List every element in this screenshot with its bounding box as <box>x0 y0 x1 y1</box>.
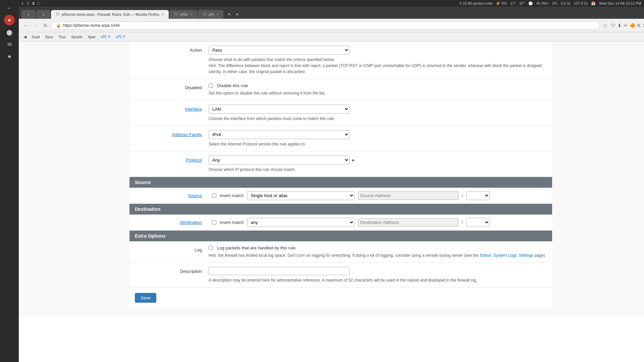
temperature: 17° <box>510 1 516 5</box>
tab-5[interactable]: 🛡 pfS ✕ <box>198 10 224 19</box>
tab-4[interactable]: 🛡 pfSe ✕ <box>169 10 197 19</box>
source-section-header: Source <box>129 177 552 188</box>
bookmark-synolo[interactable]: Synolo <box>69 34 85 40</box>
source-address-input[interactable] <box>358 191 459 200</box>
tab-bar: 1 2 🛡 pfSense.home.arpa - Firewall: Rule… <box>19 7 644 19</box>
action-select[interactable]: Pass Block Reject <box>209 46 350 55</box>
destination-row: Destination Invert match any Single host… <box>129 215 552 231</box>
source-controls: Invert match Single host or alias any Ne… <box>212 191 547 200</box>
bookmark-sync[interactable]: Sync <box>43 34 55 40</box>
tab4-title: pfSe <box>180 12 188 16</box>
log-hint: Hint: the firewall has limited local log… <box>209 252 547 258</box>
source-slash: / <box>462 193 463 198</box>
memory-usage: 3.6 Gi <box>560 1 570 5</box>
extra-options-section-header: Extra Options <box>129 231 552 241</box>
download-icon[interactable]: ⬇ <box>618 23 622 28</box>
workspace-3[interactable]: 3 <box>32 1 34 5</box>
address-text: https://pfsense.home.arpa:1044 <box>63 23 120 28</box>
browser-window: 1 2 🛡 pfSense.home.arpa - Firewall: Rule… <box>19 7 644 42</box>
tab-1[interactable]: 1 <box>21 10 36 19</box>
clock-icon: 🕐 <box>528 1 533 6</box>
destination-link[interactable]: Destination <box>180 220 202 225</box>
destination-invert-container: Invert match <box>212 220 244 225</box>
bookmark-xper[interactable]: Xper <box>86 34 98 40</box>
source-invert-container: Invert match <box>212 193 244 198</box>
interface-row: Interface LAN WAN Loopback Choose the in… <box>129 101 552 126</box>
address-family-link[interactable]: Address Family <box>172 132 202 137</box>
tab4-favicon: 🛡 <box>174 12 178 17</box>
description-content: A description may be entered here for ad… <box>209 267 547 283</box>
sidebar-toggle[interactable]: ◀ <box>21 33 29 41</box>
bookmark-guid[interactable]: Guid <box>30 34 42 40</box>
sidebar-zulip-icon[interactable]: ⬤ <box>4 27 15 38</box>
interface-label: Interface <box>135 105 209 112</box>
protocol-select[interactable]: Any TCP UDP ICMP <box>209 156 350 165</box>
source-link[interactable]: Source <box>188 193 202 198</box>
screenshot-icon[interactable]: ✂ <box>624 23 628 28</box>
sidebar-mail-icon[interactable]: ✉ <box>4 39 15 50</box>
description-label: Description <box>135 267 209 274</box>
destination-section-header: Destination <box>129 204 552 215</box>
source-row: Source Invert match Single host or alias… <box>129 188 552 204</box>
tab-favicon: 🛡 <box>56 12 60 17</box>
keepass-icon[interactable]: K <box>637 23 640 28</box>
workspace-1[interactable]: 1 <box>21 1 23 5</box>
disabled-checkbox[interactable] <box>209 83 213 88</box>
protocol-link[interactable]: Protocol <box>186 158 202 163</box>
battery-pct: 2% <box>552 1 557 5</box>
address-family-hint: Select the Internet Protocol version thi… <box>209 141 547 147</box>
action-hint: Choose what to do with packets that matc… <box>209 57 547 75</box>
workspace-tabs: 1 2 3 □ <box>21 1 40 5</box>
disabled-checkbox-label: Disable this rule <box>217 83 248 88</box>
tab5-close[interactable]: ✕ <box>216 13 219 16</box>
syslog-link[interactable]: Status: System Logs: Settings <box>480 253 533 258</box>
bookmark-pfsense-1[interactable]: pfS ✕ <box>99 34 113 40</box>
destination-controls: Invert match any Single host or alias Ne… <box>212 218 547 227</box>
address-family-row: Address Family IPv4 IPv6 IPv4+IPv6 Selec… <box>129 126 552 152</box>
destination-type-select[interactable]: any Single host or alias Network <box>247 218 355 227</box>
description-input[interactable] <box>209 267 350 275</box>
tab5-title: pfS <box>209 12 214 16</box>
log-checkbox[interactable] <box>209 246 213 250</box>
interface-select[interactable]: LAN WAN Loopback <box>209 105 350 114</box>
container-icon[interactable]: 🔶 <box>630 23 635 28</box>
forward-button[interactable]: → <box>32 21 40 29</box>
sidebar-bookmark-icon[interactable]: ★ <box>4 51 15 62</box>
destination-address-input[interactable] <box>358 218 459 227</box>
action-label: Action <box>135 46 209 53</box>
source-cidr-select[interactable]: 8 16 24 32 <box>466 191 490 200</box>
bookmark-trus[interactable]: Trus <box>57 34 68 40</box>
cursor-indicator: ▶ <box>352 158 355 162</box>
address-family-label: Address Family <box>135 130 209 137</box>
address-family-select[interactable]: IPv4 IPv6 IPv4+IPv6 <box>209 130 350 139</box>
protocol-content: Any TCP UDP ICMP ▶ Choose which IP proto… <box>209 156 547 173</box>
bookmark-star[interactable]: ☆ <box>601 21 609 29</box>
protocol-hint: Choose which IP protocol this rule shoul… <box>209 167 547 173</box>
description-hint: A description may be entered here for ad… <box>209 277 547 283</box>
tab-3-active[interactable]: 🛡 pfSense.home.arpa - Firewall: Rules: E… <box>51 10 169 19</box>
extensions-icon[interactable]: ≫ <box>643 23 644 28</box>
new-tab-button[interactable]: + <box>225 10 232 19</box>
destination-cidr-select[interactable]: 8 16 24 32 <box>466 218 490 227</box>
source-type-select[interactable]: Single host or alias any Network <box>247 191 355 200</box>
source-invert-label: Invert match <box>220 193 244 198</box>
address-bar[interactable]: 🔒 https://pfsense.home.arpa:1044 <box>51 21 600 29</box>
system-bar: 1 2 3 □ 5.15.80-gentoo-intel ⚡ 0% 17° 37… <box>19 0 644 7</box>
sidebar-reddit-icon[interactable]: ● <box>4 15 15 25</box>
save-button[interactable]: Save <box>135 293 156 303</box>
tab4-close[interactable]: ✕ <box>190 13 193 16</box>
time-remaining: 4h 39m <box>536 1 549 5</box>
sidebar-back-icon[interactable]: ← <box>4 3 15 13</box>
destination-invert-checkbox[interactable] <box>212 220 216 225</box>
reload-button[interactable]: ↻ <box>42 21 50 29</box>
workspace-2[interactable]: 2 <box>27 1 29 5</box>
tab-list-button[interactable]: ▾ <box>234 11 240 18</box>
tab-2[interactable]: 2 <box>36 10 50 19</box>
source-invert-checkbox[interactable] <box>212 193 216 198</box>
tab-close-button[interactable]: ✕ <box>161 13 164 16</box>
interface-link[interactable]: Interface <box>185 107 202 112</box>
back-button[interactable]: ← <box>21 21 30 29</box>
ublock-icon[interactable]: 🛡 <box>611 23 615 28</box>
bookmark-pfsense-2[interactable]: pfS ✕ <box>114 34 128 40</box>
log-checkbox-label: Log packets that are handled by this rul… <box>217 245 296 250</box>
